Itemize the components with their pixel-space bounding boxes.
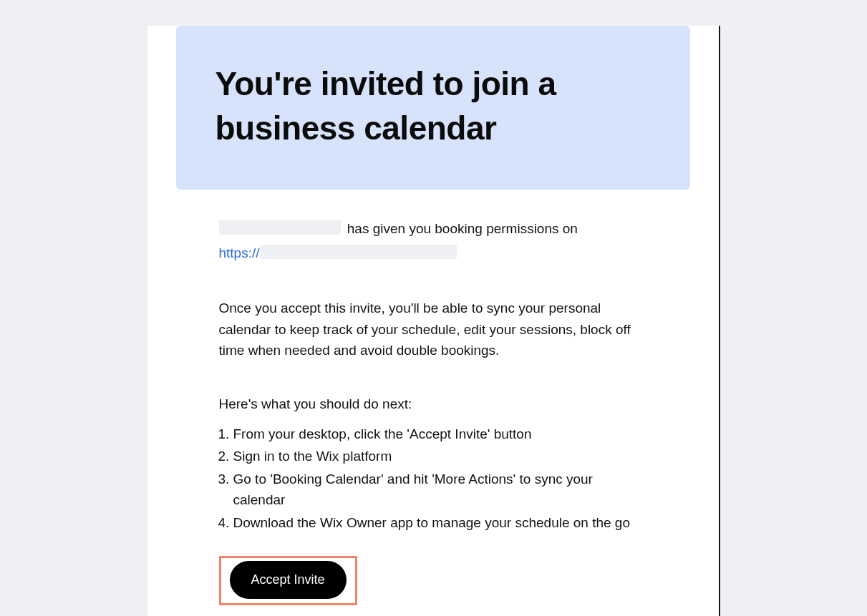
steps-list: From your desktop, click the 'Accept Inv…	[219, 424, 647, 533]
email-body: has given you booking permissions on htt…	[176, 190, 690, 616]
email-inner: You're invited to join a business calend…	[147, 26, 719, 616]
intro-after-name: has given you booking permissions on	[347, 221, 578, 236]
accept-invite-button[interactable]: Accept Invite	[230, 561, 347, 599]
next-steps-lead: Here's what you should do next:	[219, 393, 647, 414]
site-link-line: https://	[219, 243, 647, 263]
hero-banner: You're invited to join a business calend…	[176, 26, 690, 190]
list-item: Download the Wix Owner app to manage you…	[233, 512, 647, 533]
cta-highlight-box: Accept Invite	[219, 556, 357, 605]
site-url-link[interactable]: https://	[219, 245, 260, 260]
list-item: Go to 'Booking Calendar' and hit 'More A…	[233, 469, 647, 511]
redacted-site-url	[260, 245, 457, 259]
hero-title: You're invited to join a business calend…	[215, 62, 651, 150]
description-paragraph: Once you accept this invite, you'll be a…	[219, 298, 647, 361]
list-item: From your desktop, click the 'Accept Inv…	[233, 424, 647, 444]
intro-line: has given you booking permissions on	[219, 218, 647, 239]
list-item: Sign in to the Wix platform	[233, 446, 647, 466]
site-url-prefix: https://	[219, 245, 260, 260]
email-card: You're invited to join a business calend…	[147, 26, 720, 616]
redacted-sender-name	[219, 220, 341, 235]
